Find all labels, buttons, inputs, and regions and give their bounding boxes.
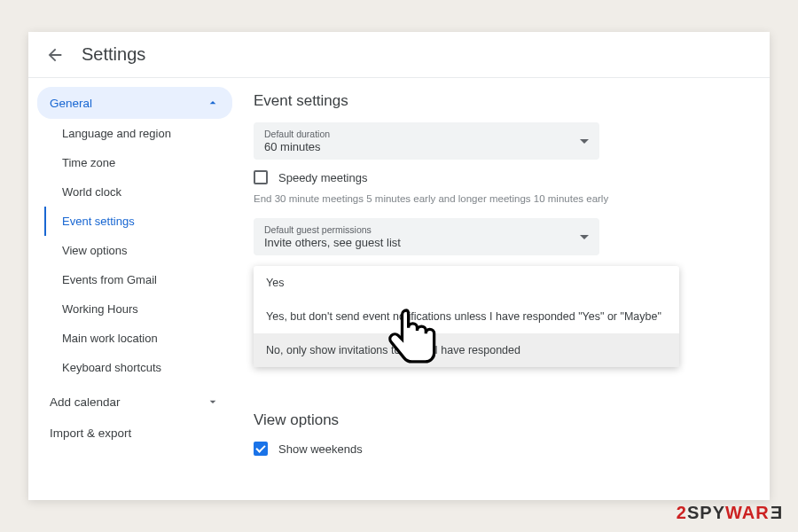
page-title: Settings (82, 44, 145, 65)
guest-permissions-value: Invite others, see guest list (264, 236, 401, 249)
default-duration-label: Default duration (264, 129, 330, 139)
speedy-meetings-checkbox[interactable] (254, 170, 268, 184)
main-panel: Event settings Default duration 60 minut… (232, 78, 770, 500)
view-options-title: View options (254, 411, 745, 429)
sidebar-item-events-gmail[interactable]: Events from Gmail (44, 265, 232, 294)
sidebar-group-add-calendar[interactable]: Add calendar (37, 386, 232, 418)
dropdown-caret-icon (580, 139, 589, 144)
show-weekends-checkbox[interactable] (254, 442, 268, 456)
watermark-2: 2 (677, 503, 687, 522)
show-weekends-label: Show weekends (278, 442, 363, 456)
settings-window: Settings General Language and region Tim… (28, 32, 770, 500)
speedy-meetings-helper: End 30 minute meetings 5 minutes early a… (254, 193, 745, 204)
sidebar-group-label: Import & export (50, 426, 131, 440)
dropdown-caret-icon (580, 235, 589, 239)
default-duration-select[interactable]: Default duration 60 minutes (254, 122, 599, 160)
sidebar-item-worldclock[interactable]: World clock (44, 177, 232, 207)
sidebar-item-keyboard-shortcuts[interactable]: Keyboard shortcuts (44, 353, 232, 382)
guest-permissions-select[interactable]: Default guest permissions Invite others,… (254, 218, 599, 255)
watermark-spy: SPY (687, 503, 725, 522)
sidebar-item-view-options[interactable]: View options (44, 236, 232, 265)
sidebar-general-items: Language and region Time zone World cloc… (37, 119, 232, 382)
dropdown-option-no[interactable]: No, only show invitations to which I hav… (254, 333, 679, 367)
sidebar-group-import-export[interactable]: Import & export (37, 418, 232, 449)
show-weekends-row[interactable]: Show weekends (254, 442, 745, 456)
speedy-meetings-label: Speedy meetings (278, 171, 367, 184)
guest-permissions-label: Default guest permissions (264, 224, 401, 235)
body-layout: General Language and region Time zone Wo… (28, 78, 770, 500)
sidebar-group-label: Add calendar (50, 395, 121, 409)
sidebar-item-working-hours[interactable]: Working Hours (44, 294, 232, 324)
sidebar-group-general[interactable]: General (37, 87, 232, 119)
chevron-up-icon (206, 96, 220, 110)
sidebar-item-language[interactable]: Language and region (44, 119, 232, 148)
header-bar: Settings (28, 32, 770, 78)
back-arrow-icon[interactable] (44, 44, 66, 66)
dropdown-option-yes-conditional[interactable]: Yes, but don't send event notifications … (254, 300, 679, 333)
speedy-meetings-row[interactable]: Speedy meetings (254, 170, 745, 184)
sidebar-group-label: General (50, 97, 92, 110)
watermark-war: WAR (725, 503, 770, 522)
settings-sidebar: General Language and region Time zone Wo… (28, 78, 232, 500)
dropdown-option-yes[interactable]: Yes (254, 266, 679, 300)
chevron-down-icon (206, 395, 220, 409)
sidebar-item-event-settings[interactable]: Event settings (44, 207, 232, 236)
event-settings-title: Event settings (254, 92, 745, 110)
watermark-logo: 2SPYWARE (677, 503, 782, 523)
sidebar-item-work-location[interactable]: Main work location (44, 324, 232, 353)
sidebar-item-timezone[interactable]: Time zone (44, 148, 232, 177)
watermark-e: E (770, 503, 782, 523)
default-duration-value: 60 minutes (264, 140, 330, 153)
auto-add-invitations-dropdown: Yes Yes, but don't send event notificati… (254, 266, 679, 367)
